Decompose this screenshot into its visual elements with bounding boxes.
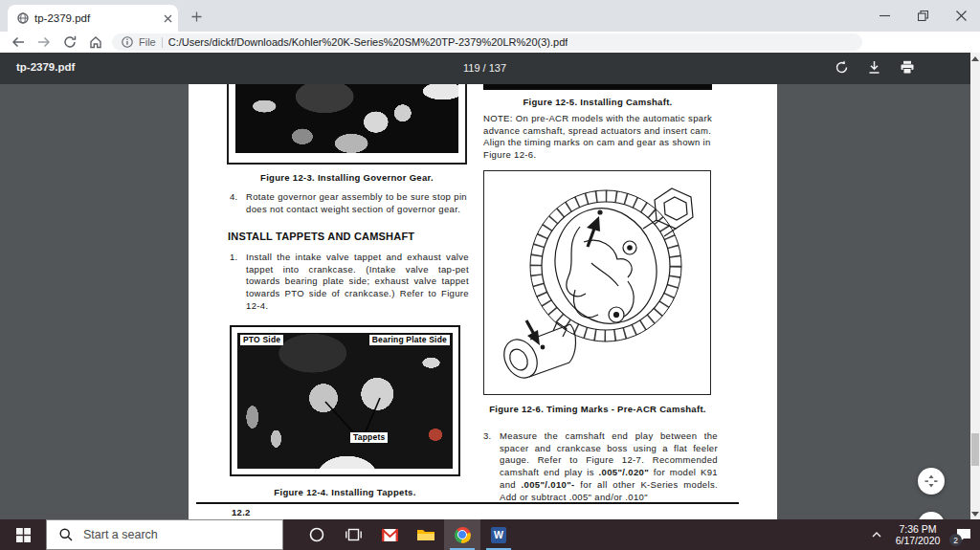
pdf-tools (835, 60, 915, 75)
tappet-pointer-lines (237, 333, 455, 469)
mail-app-button[interactable] (371, 519, 408, 550)
browser-tab[interactable]: tp-2379.pdf (8, 5, 178, 32)
search-icon (59, 528, 73, 541)
scrollbar[interactable] (970, 53, 980, 519)
chrome-icon (455, 527, 471, 543)
tab-close-icon[interactable] (164, 14, 172, 23)
scrollbar-thumb[interactable] (971, 433, 979, 466)
step-3-bold-value: .005"/.020" (599, 467, 649, 477)
browser-window: tp-2379.pdf (0, 0, 980, 550)
figure-12-6-frame (483, 170, 711, 395)
figure-12-3-frame (227, 84, 467, 165)
window-minimize-button[interactable] (865, 0, 903, 32)
figure-12-6-caption: Figure 12-6. Timing Marks - Pre-ACR Cams… (481, 404, 714, 414)
reload-icon[interactable] (63, 35, 77, 49)
clock-time: 7:36 PM (888, 523, 947, 535)
tray-chevron-up-icon[interactable] (865, 532, 888, 538)
url-text: C:/Users/dickf/Downloads/Kohler%20K-Seri… (168, 36, 568, 48)
pdf-favicon-icon (17, 12, 29, 24)
url-scheme-label: File (139, 36, 156, 48)
step-3-text: Measure the camshaft end play between th… (500, 430, 718, 503)
download-icon[interactable] (867, 60, 881, 75)
figure-12-3-caption: Figure 12-3. Installing Governor Gear. (227, 172, 467, 183)
tappets-label: Tappets (350, 432, 388, 443)
pto-side-label: PTO Side (240, 335, 283, 345)
start-button[interactable] (0, 519, 46, 550)
notification-badge: 2 (949, 534, 962, 546)
pdf-page: Figure 12-3. Installing Governor Gear. 4… (189, 84, 777, 519)
bearing-plate-side-label: Bearing Plate Side (369, 335, 450, 345)
nav-icons (0, 35, 102, 49)
camshaft-gear-drawing (484, 171, 709, 393)
cortana-button[interactable] (299, 519, 335, 550)
figure-12-4-frame: PTO Side Bearing Plate Side Tappets (230, 325, 460, 476)
taskbar-search-box[interactable] (46, 519, 283, 550)
pdf-content-area: Figure 12-3. Installing Governor Gear. 4… (0, 84, 980, 519)
pdf-filename: tp-2379.pdf (16, 61, 75, 73)
step-3-number: 3. (483, 430, 500, 503)
chrome-app-button[interactable] (444, 519, 480, 550)
file-explorer-button[interactable] (408, 519, 444, 550)
pdf-viewer-toolbar: tp-2379.pdf 119 / 137 (0, 53, 980, 84)
window-close-button[interactable] (942, 0, 980, 32)
system-tray: 7:36 PM 6/17/2020 2 (865, 519, 980, 550)
word-app-button[interactable]: W (480, 519, 517, 550)
taskbar: W 7:36 PM 6/17/2020 2 (0, 519, 980, 550)
scrollbar-up-arrow[interactable] (970, 53, 980, 64)
figure-12-5-photo-edge (483, 84, 712, 90)
window-controls (865, 0, 980, 32)
tab-title: tp-2379.pdf (34, 12, 164, 24)
fit-page-button[interactable] (918, 468, 945, 495)
step-1-text: Install the intake valve tappet and exha… (246, 252, 469, 313)
step-4: 4. Rotate governor gear assembly to be s… (230, 191, 467, 215)
figure-12-4-caption: Figure 12-4. Installing Tappets. (230, 487, 460, 497)
clock-date: 6/17/2020 (888, 535, 947, 546)
figure-12-5-caption: Figure 12-5. Installing Camshaft. (483, 97, 712, 107)
figure-12-4-photo: PTO Side Bearing Plate Side Tappets (237, 333, 453, 469)
new-tab-button[interactable] (188, 8, 205, 25)
taskbar-spacer (283, 519, 299, 550)
rotate-icon[interactable] (835, 60, 849, 75)
step-4-number: 4. (230, 191, 246, 215)
search-input[interactable] (81, 527, 257, 542)
print-icon[interactable] (900, 60, 915, 75)
scrollbar-down-arrow[interactable] (970, 508, 980, 519)
back-icon[interactable] (11, 35, 25, 49)
step-4-text: Rotate governor gear assembly to be sure… (246, 191, 467, 215)
action-center-button[interactable]: 2 (947, 519, 980, 550)
step-1-number: 1. (230, 252, 246, 313)
window-restore-button[interactable] (903, 0, 942, 32)
taskbar-clock[interactable]: 7:36 PM 6/17/2020 (888, 523, 947, 546)
browser-address-bar: File C:/Users/dickf/Downloads/Kohler%20K… (0, 32, 980, 53)
pdf-page-indicator: 119 / 137 (463, 62, 506, 74)
info-icon[interactable] (122, 36, 133, 48)
url-separator (162, 37, 163, 48)
step-3: 3. Measure the camshaft end play between… (483, 430, 718, 503)
forward-icon[interactable] (37, 35, 51, 49)
page-number: 12.2 (232, 507, 251, 517)
task-view-button[interactable] (335, 519, 371, 550)
address-url-box[interactable]: File C:/Users/dickf/Downloads/Kohler%20K… (112, 33, 862, 51)
step-3-bold-value: .005"/.010"- (522, 479, 575, 490)
note-paragraph: NOTE: On pre-ACR models with the automat… (483, 113, 716, 162)
section-heading: INSTALL TAPPETS AND CAMSHAFT (228, 231, 468, 242)
browser-tab-strip: tp-2379.pdf (0, 0, 980, 32)
figure-12-3-photo (235, 84, 458, 153)
home-icon[interactable] (89, 35, 102, 49)
step-1: 1. Install the intake valve tappet and e… (230, 252, 469, 313)
word-icon: W (491, 527, 506, 543)
